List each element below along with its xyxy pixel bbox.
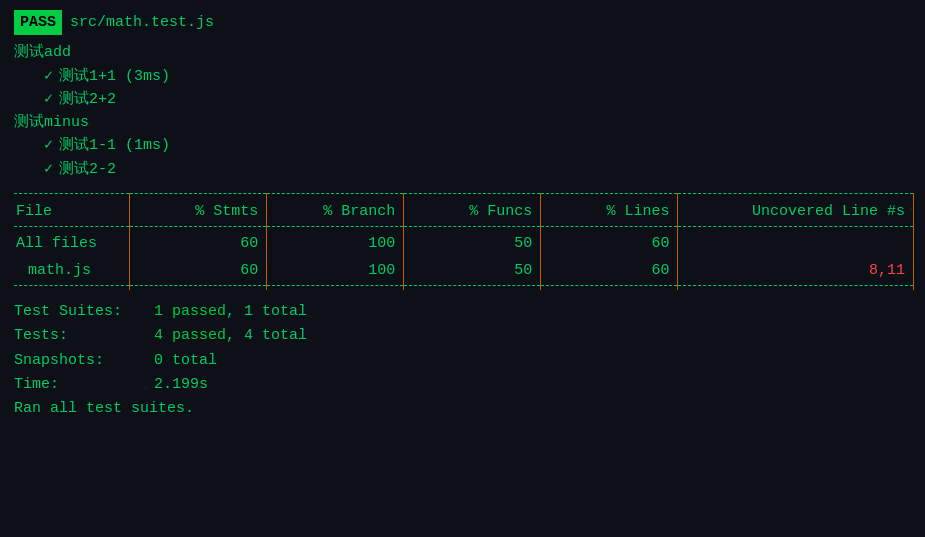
test-4-name: 测试2-2 xyxy=(59,161,116,178)
stats-tests-total: 4 total xyxy=(244,324,307,347)
checkmark-icon-3: ✓ xyxy=(44,137,53,154)
test-1-name: 测试1+1 xyxy=(59,68,116,85)
row-allfiles-lines: 60 xyxy=(541,230,678,257)
stats-time-label: Time: xyxy=(14,373,154,396)
row-mathjs-file: math.js xyxy=(14,257,130,285)
stats-section: Test Suites: 1 passed, 1 total Tests: 4 … xyxy=(14,300,911,420)
test-3-time: (1ms) xyxy=(125,137,170,154)
stats-snapshots-label: Snapshots: xyxy=(14,349,154,372)
checkmark-icon-2: ✓ xyxy=(44,91,53,108)
stats-time-value: 2.199s xyxy=(154,373,208,396)
file-path: src/math.test.js xyxy=(70,14,214,31)
row-mathjs-stmts: 60 xyxy=(130,257,267,285)
checkmark-icon-4: ✓ xyxy=(44,161,53,178)
stats-suites-total: 1 total xyxy=(244,300,307,323)
test-2-name: 测试2+2 xyxy=(59,91,116,108)
test-1-time: (3ms) xyxy=(125,68,170,85)
coverage-table-container: File % Stmts % Branch % Funcs % Lines Un… xyxy=(14,193,911,290)
coverage-table: File % Stmts % Branch % Funcs % Lines Un… xyxy=(14,193,914,290)
stats-time-row: Time: 2.199s xyxy=(14,373,911,396)
stats-suites-value: 1 passed, xyxy=(154,300,235,323)
row-allfiles-funcs: 50 xyxy=(404,230,541,257)
checkmark-icon: ✓ xyxy=(44,68,53,85)
row-allfiles-stmts: 60 xyxy=(130,230,267,257)
col-header-uncovered: Uncovered Line #s xyxy=(678,198,914,226)
bottom-border-row xyxy=(14,285,914,290)
stats-tests-row: Tests: 4 passed, 4 total xyxy=(14,324,911,347)
pass-badge: PASS xyxy=(14,10,62,35)
row-allfiles-file: All files xyxy=(14,230,130,257)
stats-footer: Ran all test suites. xyxy=(14,397,194,420)
row-allfiles-branch: 100 xyxy=(267,230,404,257)
table-header-row: File % Stmts % Branch % Funcs % Lines Un… xyxy=(14,198,914,226)
stats-tests-value: 4 passed, xyxy=(154,324,235,347)
test-item-2: ✓测试2+2 xyxy=(44,88,911,111)
stats-snapshots-value: 0 total xyxy=(154,349,217,372)
col-header-stmts: % Stmts xyxy=(130,198,267,226)
stats-suites-row: Test Suites: 1 passed, 1 total xyxy=(14,300,911,323)
stats-tests-label: Tests: xyxy=(14,324,154,347)
row-mathjs-funcs: 50 xyxy=(404,257,541,285)
col-header-lines: % Lines xyxy=(541,198,678,226)
col-header-file: File xyxy=(14,198,130,226)
table-row: All files 60 100 50 60 xyxy=(14,230,914,257)
test-item-1: ✓测试1+1 (3ms) xyxy=(44,65,911,88)
stats-footer-row: Ran all test suites. xyxy=(14,397,911,420)
col-header-branch: % Branch xyxy=(267,198,404,226)
suite-minus-name: 测试minus xyxy=(14,111,911,134)
test-suites: 测试add ✓测试1+1 (3ms) ✓测试2+2 测试minus ✓测试1-1… xyxy=(14,41,911,181)
col-header-funcs: % Funcs xyxy=(404,198,541,226)
header-line: PASSsrc/math.test.js xyxy=(14,10,911,35)
suite-add-name: 测试add xyxy=(14,41,911,64)
row-mathjs-uncovered: 8,11 xyxy=(678,257,914,285)
row-allfiles-uncovered xyxy=(678,230,914,257)
row-mathjs-lines: 60 xyxy=(541,257,678,285)
test-item-4: ✓测试2-2 xyxy=(44,158,911,181)
test-3-name: 测试1-1 xyxy=(59,137,116,154)
table-row: math.js 60 100 50 60 8,11 xyxy=(14,257,914,285)
stats-snapshots-row: Snapshots: 0 total xyxy=(14,349,911,372)
stats-suites-label: Test Suites: xyxy=(14,300,154,323)
row-mathjs-branch: 100 xyxy=(267,257,404,285)
test-item-3: ✓测试1-1 (1ms) xyxy=(44,134,911,157)
